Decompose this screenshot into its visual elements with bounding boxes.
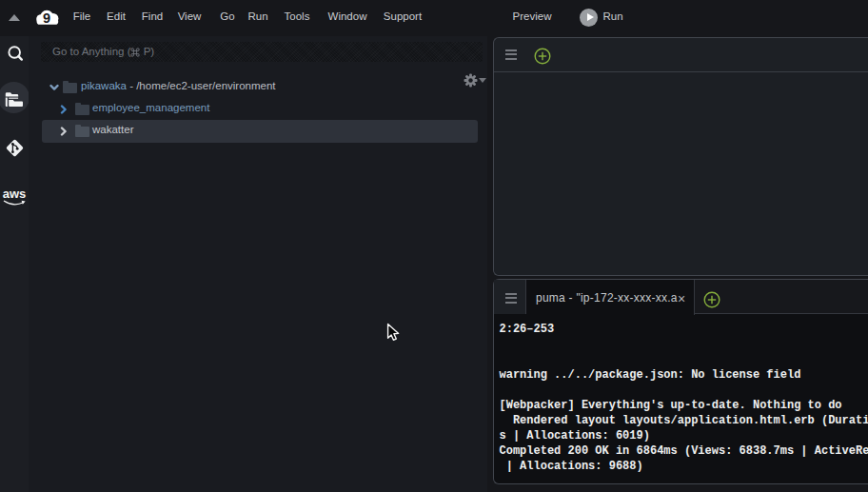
- svg-text:9: 9: [43, 10, 50, 25]
